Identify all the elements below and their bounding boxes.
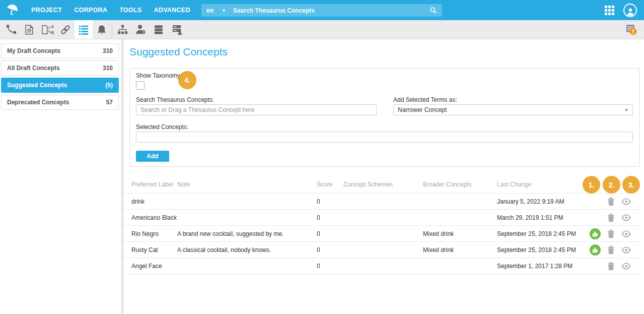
table-row: Angel Face 0 September 1, 2017 1:28 PM <box>124 258 640 274</box>
row-actions <box>583 198 640 206</box>
sidebar-item-count: (5) <box>105 82 113 89</box>
concept-sidebar: My Draft Concepts 310 All Draft Concepts… <box>0 39 121 314</box>
sidebar-item-suggested-concepts[interactable]: Suggested Concepts (5) <box>1 78 119 93</box>
table-row: drink 0 January 5, 2022 9:19 AM <box>124 194 640 210</box>
table-row: Rusty Cat A classical cocktail, nobody k… <box>124 242 640 258</box>
cell-score: 0 <box>317 263 343 270</box>
cell-preferred-label: drink <box>124 198 177 205</box>
thumbs-up-icon[interactable] <box>590 244 601 256</box>
user-avatar-icon[interactable] <box>623 4 637 17</box>
trash-icon[interactable] <box>608 230 614 238</box>
document-star-icon[interactable] <box>20 20 38 39</box>
eye-icon[interactable] <box>621 198 631 205</box>
trash-icon[interactable] <box>608 214 614 222</box>
cell-score: 0 <box>317 246 343 254</box>
row-actions <box>583 244 640 256</box>
add-concepts-panel: Show Taxonomy 4. Search Thesaurus Concep… <box>129 68 640 167</box>
annotation-badge-3: 3. <box>622 176 640 194</box>
sidebar-item-all-draft-concepts[interactable]: All Draft Concepts 310 <box>1 60 119 76</box>
col-concept-schemes: Concept Schemes <box>343 181 423 188</box>
concept-table-body: drink 0 January 5, 2022 9:19 AM <box>124 194 640 274</box>
language-selector[interactable]: en <box>206 7 213 14</box>
col-preferred-label: Preferred Label <box>124 181 177 188</box>
cell-score: 0 <box>317 214 343 221</box>
sidebar-item-label: All Draft Concepts <box>7 65 60 72</box>
table-row: Americano Black 0 March 29, 2019 1:51 PM <box>124 210 640 226</box>
sidebar-item-label: Deprecated Concepts <box>7 99 69 106</box>
trash-icon[interactable] <box>608 262 614 270</box>
icon-toolbar: A B <box>0 20 644 39</box>
svg-text:A: A <box>51 25 54 29</box>
sidebar-item-deprecated-concepts[interactable]: Deprecated Concepts 57 <box>1 95 119 110</box>
eye-icon[interactable] <box>621 263 631 270</box>
person-glyph <box>626 7 635 16</box>
eye-icon[interactable] <box>621 230 631 237</box>
chevron-down-icon[interactable]: ▼ <box>222 8 226 13</box>
umbrella-logo-icon[interactable] <box>5 3 19 17</box>
header-right <box>605 0 644 20</box>
nav-project[interactable]: PROJECT <box>31 7 62 14</box>
eye-icon[interactable] <box>621 214 631 221</box>
search-concepts-label: Search Thesaurus Concepts: <box>136 96 214 103</box>
nav-tools[interactable]: TOOLS <box>119 7 141 14</box>
sidebar-item-my-draft-concepts[interactable]: My Draft Concepts 310 <box>1 43 119 58</box>
row-actions <box>583 214 640 222</box>
bell-icon[interactable] <box>93 20 111 39</box>
sitemap-icon[interactable] <box>113 20 131 39</box>
eye-icon[interactable] <box>621 246 631 254</box>
selected-concepts-label: Selected Concepts: <box>136 123 188 131</box>
col-note: Note <box>177 181 317 188</box>
cell-score: 0 <box>317 230 343 237</box>
sidebar-item-count: 310 <box>103 65 113 72</box>
nav-advanced[interactable]: ADVANCED <box>154 7 190 14</box>
show-taxonomy-checkbox[interactable] <box>136 81 145 90</box>
col-last-change: Last Change <box>497 181 583 188</box>
cell-last-change: March 29, 2019 1:51 PM <box>497 214 583 221</box>
document-classify-icon[interactable]: A B <box>38 20 56 39</box>
add-terms-as-label: Add Selected Terms as: <box>393 96 457 103</box>
table-row: Rio Negro A brand new cocktail, suggeste… <box>124 226 640 242</box>
cell-last-change: January 5, 2022 9:19 AM <box>497 198 583 205</box>
cell-preferred-label: Americano Black <box>124 214 177 221</box>
annotation-badge-4: 4. <box>178 71 196 89</box>
sidebar-item-count: 310 <box>103 47 113 54</box>
annotation-badge-2: 2. <box>603 176 620 194</box>
toolbar-divider <box>112 23 112 36</box>
row-actions <box>583 228 640 239</box>
concept-search-input[interactable] <box>136 104 377 115</box>
annotation-badge-1: 1. <box>583 176 600 194</box>
cell-score: 0 <box>317 198 343 205</box>
cell-broader-concepts: Mixed drink <box>423 230 497 237</box>
server-user-icon[interactable] <box>168 20 186 39</box>
svg-text:B: B <box>51 31 54 35</box>
selected-concepts-input[interactable] <box>136 132 633 143</box>
bezier-curve-icon[interactable] <box>2 20 20 39</box>
thumbs-up-icon[interactable] <box>590 228 601 239</box>
cell-note: A brand new cocktail, suggested by me. <box>177 230 317 237</box>
table-header-row: Preferred Label Note Score Concept Schem… <box>124 175 640 194</box>
row-actions <box>583 262 640 270</box>
cell-broader-concepts: Mixed drink <box>423 246 497 254</box>
app-header: PROJECT CORPORA TOOLS ADVANCED en ▼ <box>0 0 644 20</box>
add-button[interactable]: Add <box>136 151 169 162</box>
suggested-concepts-table: Preferred Label Note Score Concept Schem… <box>124 175 640 274</box>
sidebar-item-count: 57 <box>106 99 113 106</box>
global-search-input[interactable] <box>233 7 430 14</box>
link-icon[interactable] <box>56 20 75 39</box>
report-alert-icon[interactable] <box>624 23 639 36</box>
trash-icon[interactable] <box>608 246 614 254</box>
list-icon[interactable] <box>75 20 93 39</box>
main-panel: Suggested Concepts Show Taxonomy 4. Sear… <box>124 39 644 314</box>
app-grid-icon[interactable] <box>605 6 614 15</box>
trash-icon[interactable] <box>608 198 614 206</box>
user-settings-icon[interactable] <box>131 20 150 39</box>
nav-corpora[interactable]: CORPORA <box>74 7 107 14</box>
database-icon[interactable] <box>150 20 168 39</box>
cell-last-change: September 25, 2018 2:45 PM <box>497 246 583 254</box>
cell-preferred-label: Angel Face <box>124 263 177 270</box>
add-terms-as-select[interactable]: Narrower Concept ▼ <box>393 104 633 115</box>
col-broader-concepts: Broader Concepts <box>423 181 497 188</box>
search-icon[interactable] <box>430 7 437 14</box>
show-taxonomy-label: Show Taxonomy <box>136 72 180 79</box>
sidebar-item-label: Suggested Concepts <box>7 82 67 89</box>
